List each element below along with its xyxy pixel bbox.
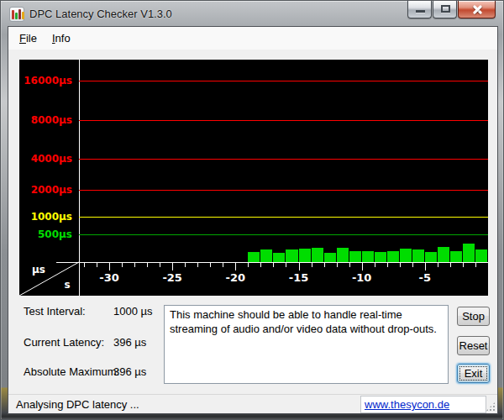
x-tick-label: -25 [155,271,189,284]
gridline-2000us [79,190,488,191]
latency-bar [349,251,361,263]
maximize-icon [441,5,450,13]
x-tick [109,263,110,270]
x-tick-label: -15 [282,271,316,284]
result-message-box[interactable]: This machine should be able to handle re… [164,305,449,384]
latency-bar [362,251,374,262]
x-tick-label: -20 [218,271,252,284]
y-axis-label-500us: 500µs [19,228,72,241]
x-unit-label: s [61,279,73,291]
minimize-icon [416,10,425,13]
x-tick [185,263,186,267]
thesycon-link[interactable]: www.thesycon.de [365,398,449,411]
x-tick [324,263,325,267]
focus-rect [459,366,487,381]
x-tick [463,263,464,267]
x-tick-label: -30 [92,271,126,284]
x-tick-label: -10 [345,271,379,284]
x-tick [147,263,148,267]
latency-bar [337,248,349,262]
minimize-button[interactable] [407,1,432,18]
y-axis-label-1000us: 1000µs [19,210,72,223]
x-tick [299,263,300,270]
latency-bar [387,251,399,263]
gridline-500us [79,234,488,235]
x-tick [273,263,274,267]
x-tick [248,263,249,267]
latency-bar [273,253,285,262]
latency-bar [324,253,336,262]
x-tick [475,263,476,267]
gridline-16000us [79,81,488,81]
x-tick [337,263,338,267]
stop-button[interactable]: Stop [457,307,490,326]
menu-info[interactable]: Info [45,29,78,48]
window-title: DPC Latency Checker V1.3.0 [29,8,172,20]
close-button[interactable] [458,1,496,18]
latency-bar [260,249,272,262]
x-tick [412,263,413,267]
latency-bar [312,248,323,262]
gridline-4000us [79,159,488,160]
y-unit-label: µs [26,264,51,276]
x-tick [362,263,363,270]
x-tick [134,263,135,267]
latency-bar [248,252,260,262]
gridline-1000us [79,217,488,218]
app-icon[interactable] [9,7,24,22]
latency-bar [375,252,386,262]
x-tick [260,263,261,267]
x-tick [210,263,211,267]
menu-file-rest: ile [26,32,37,45]
x-tick [172,263,173,270]
x-tick [84,263,85,267]
menubar: File Info [8,27,497,50]
x-tick [97,263,97,267]
reset-button[interactable]: Reset [457,336,490,355]
stat-label-absolute-maximum: Absolute Maximum: [24,365,119,378]
latency-bar [450,251,462,263]
latency-bar [400,249,412,262]
menu-file-accel: F [19,32,26,45]
x-tick [387,263,388,267]
x-tick [425,263,426,270]
exit-button[interactable]: Exit [457,364,490,383]
client-area: File Info µs s 16000µs8000µs4000µs2000µs… [8,26,498,414]
resize-grip-icon[interactable] [485,401,496,412]
axis-corner-diagonal [19,60,80,296]
stat-value-test-interval: 1000 µs [113,305,153,318]
maximize-button[interactable] [433,1,457,18]
x-tick [450,263,451,267]
latency-bar [438,247,449,262]
latency-bar [425,252,437,263]
x-tick [438,263,438,267]
titlebar[interactable]: DPC Latency Checker V1.3.0 [1,1,504,26]
x-tick [312,263,312,267]
latency-bar [463,244,475,263]
latency-bar [412,249,424,262]
status-text: Analysing DPC latency ... [16,398,139,411]
stat-label-current-latency: Current Latency: [24,336,104,349]
stat-value-current-latency: 396 µs [113,336,146,349]
x-tick [349,263,350,267]
latency-bar [475,249,487,262]
y-axis-label-8000us: 8000µs [19,113,72,127]
gridline-8000us [79,120,488,121]
x-tick-label: -5 [408,271,442,284]
x-tick [400,263,401,267]
x-tick [197,263,198,267]
link-panel: www.thesycon.de [360,396,486,413]
x-tick [235,263,236,270]
statusbar: Analysing DPC latency ... www.thesycon.d… [8,394,497,413]
latency-bar [299,249,311,262]
x-tick [122,263,123,267]
y-axis-label-2000us: 2000µs [19,183,72,197]
latency-bar [286,249,297,262]
stat-label-test-interval: Test Interval: [24,305,86,318]
stat-value-absolute-maximum: 396 µs [113,365,146,378]
x-tick [223,263,223,267]
latency-chart: µs s 16000µs8000µs4000µs2000µs1000µs500µ… [19,60,488,296]
y-axis-label-4000us: 4000µs [19,152,72,165]
menu-file[interactable]: File [12,29,45,48]
menu-info-rest: nfo [55,32,71,45]
